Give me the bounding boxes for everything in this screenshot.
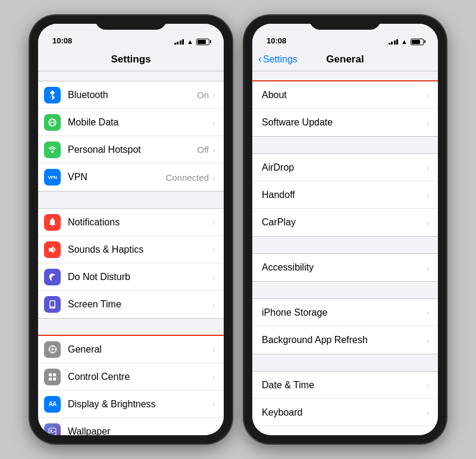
sounds-label: Sounds & Haptics	[68, 244, 212, 255]
notifications-chevron: ›	[212, 217, 215, 227]
settings-list[interactable]: Bluetooth On › Mobile Da	[38, 71, 224, 435]
row-general[interactable]: General ›	[38, 336, 224, 363]
hotspot-value: Off	[197, 144, 209, 155]
carplay-label: CarPlay	[262, 217, 427, 228]
phones-container: 10:08 ▲ Settings	[30, 15, 446, 444]
control-centre-icon	[44, 369, 61, 385]
back-chevron-icon: ‹	[258, 53, 262, 65]
row-accessibility[interactable]: Accessibility ›	[252, 254, 438, 281]
sounds-chevron: ›	[212, 244, 215, 254]
notifications-icon	[44, 214, 61, 231]
date-time-label: Date & Time	[262, 380, 427, 391]
settings-group-storage: iPhone Storage › Background App Refresh …	[252, 298, 438, 354]
row-vpn[interactable]: VPN VPN Connected ›	[38, 164, 224, 191]
iphone-storage-chevron: ›	[427, 307, 430, 317]
mobile-data-chevron: ›	[212, 117, 215, 127]
vpn-value: Connected	[165, 172, 209, 183]
airdrop-label: AirDrop	[262, 162, 427, 173]
software-update-label: Software Update	[262, 117, 427, 128]
svg-rect-16	[49, 428, 56, 435]
display-label: Display & Brightness	[68, 399, 212, 410]
settings-group-locale: Date & Time › Keyboard › Language & Regi…	[252, 371, 438, 435]
status-time-1: 10:08	[52, 36, 72, 45]
mobile-data-icon	[44, 114, 61, 131]
row-hotspot[interactable]: Personal Hotspot Off ›	[38, 136, 224, 164]
svg-rect-12	[49, 373, 52, 376]
bluetooth-icon	[44, 87, 61, 103]
carplay-chevron: ›	[427, 218, 430, 228]
general-chevron: ›	[212, 344, 215, 354]
row-background-refresh[interactable]: Background App Refresh ›	[252, 326, 438, 354]
back-button[interactable]: ‹ Settings	[258, 54, 298, 65]
notifications-label: Notifications	[68, 217, 212, 228]
row-display[interactable]: AA Display & Brightness ›	[38, 391, 224, 418]
vpn-chevron: ›	[212, 172, 215, 183]
control-centre-chevron: ›	[212, 372, 215, 382]
row-sounds[interactable]: Sounds & Haptics ›	[38, 236, 224, 263]
screen-general: 10:08 ▲ ‹ Se	[252, 24, 438, 435]
gap-g3	[252, 282, 438, 298]
wifi-icon: ▲	[187, 38, 193, 45]
row-notifications[interactable]: Notifications ›	[38, 209, 224, 236]
mobile-data-label: Mobile Data	[68, 117, 212, 128]
general-icon	[44, 341, 61, 358]
display-icon: AA	[44, 396, 61, 413]
language-label: Language & Region	[262, 435, 427, 436]
wallpaper-chevron: ›	[212, 426, 215, 435]
row-software-update[interactable]: Software Update ›	[252, 109, 438, 136]
svg-point-9	[52, 307, 53, 309]
row-iphone-storage[interactable]: iPhone Storage ›	[252, 299, 438, 326]
handoff-label: Handoff	[262, 190, 427, 200]
svg-rect-8	[51, 301, 55, 307]
row-date-time[interactable]: Date & Time ›	[252, 372, 438, 399]
sounds-icon	[44, 241, 61, 258]
hotspot-icon	[44, 142, 61, 158]
accessibility-chevron: ›	[427, 263, 430, 273]
svg-rect-15	[53, 378, 56, 381]
row-wallpaper[interactable]: Wallpaper ›	[38, 418, 224, 435]
battery-icon	[196, 39, 209, 45]
dnd-icon	[44, 269, 61, 285]
svg-point-3	[51, 150, 54, 153]
svg-rect-14	[49, 378, 52, 381]
notch-2	[309, 15, 381, 30]
row-carplay[interactable]: CarPlay ›	[252, 209, 438, 236]
phone-general: 10:08 ▲ ‹ Se	[244, 15, 446, 444]
row-keyboard[interactable]: Keyboard ›	[252, 399, 438, 426]
row-bluetooth[interactable]: Bluetooth On ›	[38, 81, 224, 109]
signal-icon-2	[389, 39, 399, 45]
display-chevron: ›	[212, 399, 215, 409]
row-airdrop[interactable]: AirDrop ›	[252, 154, 438, 181]
bluetooth-chevron: ›	[212, 90, 215, 100]
gap-1	[38, 191, 224, 208]
row-about[interactable]: About ›	[252, 81, 438, 109]
nav-bar-general: ‹ Settings General	[252, 48, 438, 71]
dnd-label: Do Not Disturb	[68, 272, 212, 282]
row-dnd[interactable]: Do Not Disturb ›	[38, 263, 224, 291]
row-control-centre[interactable]: Control Centre ›	[38, 363, 224, 391]
svg-rect-4	[52, 225, 54, 226]
screen-time-chevron: ›	[212, 300, 215, 310]
settings-group-accessibility: Accessibility ›	[252, 253, 438, 282]
dnd-chevron: ›	[212, 272, 215, 282]
settings-group-notifications: Notifications › Sounds & Haptics ›	[38, 208, 224, 319]
row-handoff[interactable]: Handoff ›	[252, 181, 438, 209]
settings-group-general: General › Control C	[38, 335, 224, 435]
page-title-general: General	[326, 54, 364, 65]
about-chevron: ›	[427, 90, 430, 100]
general-list[interactable]: About › Software Update › AirDrop ›	[252, 71, 438, 435]
gap-2	[38, 319, 224, 335]
svg-point-5	[52, 218, 54, 219]
control-centre-label: Control Centre	[68, 372, 212, 382]
svg-rect-13	[53, 373, 56, 376]
svg-point-17	[51, 429, 52, 431]
row-language[interactable]: Language & Region ›	[252, 426, 438, 435]
status-icons-2: ▲	[389, 38, 424, 45]
nav-bar-settings: Settings	[38, 48, 224, 71]
gap-g4	[252, 354, 438, 371]
svg-marker-6	[49, 246, 54, 253]
bluetooth-value: On	[197, 90, 209, 100]
row-mobile-data[interactable]: Mobile Data ›	[38, 109, 224, 136]
row-screen-time[interactable]: Screen Time ›	[38, 291, 224, 318]
accessibility-label: Accessibility	[262, 262, 427, 273]
